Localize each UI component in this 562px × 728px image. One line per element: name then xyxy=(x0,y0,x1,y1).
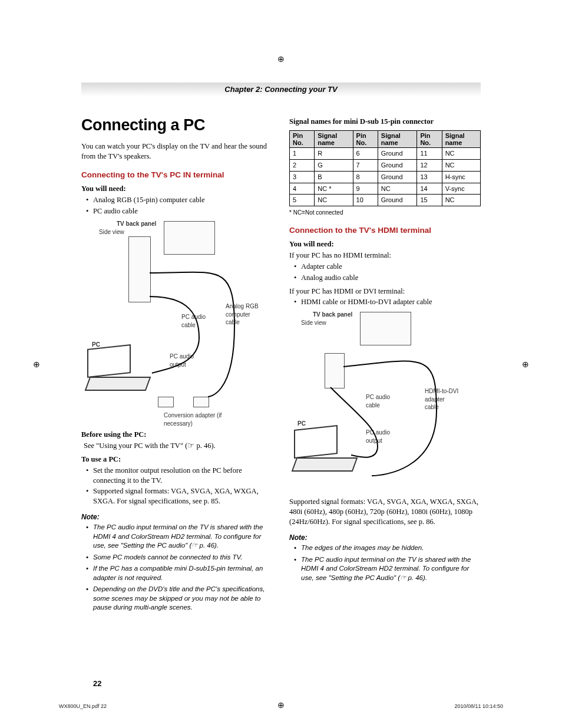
td: 3 xyxy=(290,171,315,183)
note-list-pcin: The PC audio input terminal on the TV is… xyxy=(81,523,273,612)
you-will-need-label: You will need: xyxy=(81,184,273,194)
td: NC xyxy=(442,195,480,206)
diag1-lines xyxy=(81,220,273,426)
before-text: See "Using your PC with the TV" (☞ p. 46… xyxy=(84,441,273,451)
td: NC xyxy=(442,159,480,171)
th-pin: Pin No. xyxy=(417,130,442,147)
note-item: The PC audio input terminal on the TV is… xyxy=(296,555,481,583)
table-row: 5NC10Ground15NC xyxy=(290,195,481,206)
pcin-heading: Connecting to the TV's PC IN terminal xyxy=(81,170,273,180)
td: 8 xyxy=(353,171,378,183)
td: Ground xyxy=(378,171,417,183)
list-item: Adapter cable xyxy=(296,262,481,272)
td: 11 xyxy=(417,148,442,160)
td: V-sync xyxy=(442,183,480,195)
td: H-sync xyxy=(442,171,480,183)
registration-mark-right: ⊕ xyxy=(522,359,529,369)
page-number: 22 xyxy=(93,679,101,688)
hdmi-heading: Connection to the TV's HDMI terminal xyxy=(289,225,481,236)
note-item: If the PC has a compatible mini D-sub15-… xyxy=(88,564,273,582)
td: Ground xyxy=(378,159,417,171)
note-item: Some PC models cannot be connected to th… xyxy=(88,553,273,562)
diag2-lines xyxy=(289,311,481,493)
hdmi-need-label: You will need: xyxy=(289,239,481,249)
td: NC xyxy=(378,183,417,195)
td: NC xyxy=(442,148,480,160)
pin-tbody: 1R6Ground11NC 2G7Ground12NC 3B8Ground13H… xyxy=(290,148,481,206)
table-row: 4NC *9NC14V-sync xyxy=(290,183,481,195)
td: R xyxy=(315,148,353,160)
td: 5 xyxy=(290,195,315,206)
td: 1 xyxy=(290,148,315,160)
nc-footnote: * NC=Not connected xyxy=(289,209,481,217)
note-item: Depending on the DVD's title and the PC'… xyxy=(88,585,273,612)
hdmi-note-heading: Note: xyxy=(289,533,481,542)
note-list-hdmi: The edges of the images may be hidden. T… xyxy=(289,543,481,582)
table-row: 3B8Ground13H-sync xyxy=(290,171,481,183)
table-row: 1R6Ground11NC xyxy=(290,148,481,160)
td: 14 xyxy=(417,183,442,195)
registration-mark-top: ⊕ xyxy=(277,54,285,64)
td: NC * xyxy=(315,183,353,195)
right-column: Signal names for mini D-sub 15-pin conne… xyxy=(289,114,481,615)
intro-text: You can watch your PC's display on the T… xyxy=(81,141,273,162)
footer-filename: WX800U_EN.pdf 22 xyxy=(59,703,107,709)
td: NC xyxy=(315,195,353,206)
th-signal: Signal name xyxy=(378,130,417,147)
list-item: HDMI cable or HDMI-to-DVI adapter cable xyxy=(296,297,481,307)
hdmi-cond1: If your PC has no HDMI terminal: xyxy=(289,251,481,261)
need-item: PC audio cable xyxy=(88,206,273,216)
td: 2 xyxy=(290,159,315,171)
th-pin: Pin No. xyxy=(353,130,378,147)
hdmi-items1: Adapter cable Analog audio cable xyxy=(289,262,481,283)
registration-mark-bottom: ⊕ xyxy=(277,700,285,710)
registration-mark-left: ⊕ xyxy=(33,359,40,369)
td: Ground xyxy=(378,195,417,206)
td: 15 xyxy=(417,195,442,206)
hdmi-items2: HDMI cable or HDMI-to-DVI adapter cable xyxy=(289,297,481,307)
table-header-row: Pin No. Signal name Pin No. Signal name … xyxy=(290,130,481,147)
td: B xyxy=(315,171,353,183)
note-item: The edges of the images may be hidden. xyxy=(296,543,481,553)
need-item: Analog RGB (15-pin) computer cable xyxy=(88,195,273,205)
td: 10 xyxy=(353,195,378,206)
note-heading: Note: xyxy=(81,512,273,522)
to-use-label: To use a PC: xyxy=(81,454,273,465)
need-list: Analog RGB (15-pin) computer cable PC au… xyxy=(81,195,273,216)
td: 9 xyxy=(353,183,378,195)
pin-table: Pin No. Signal name Pin No. Signal name … xyxy=(289,130,481,206)
table-caption: Signal names for mini D-sub 15-pin conne… xyxy=(289,117,481,127)
use-item: Supported signal formats: VGA, SVGA, XGA… xyxy=(88,486,273,506)
table-row: 2G7Ground12NC xyxy=(290,159,481,171)
hdmi-cond2: If your PC has HDMI or DVI terminal: xyxy=(289,286,481,297)
left-column: Connecting a PC You can watch your PC's … xyxy=(81,114,273,615)
use-item: Set the monitor output resolution on the… xyxy=(88,466,273,486)
list-item: Analog audio cable xyxy=(296,273,481,283)
note-item: The PC audio input terminal on the TV is… xyxy=(88,523,273,551)
td: 7 xyxy=(353,159,378,171)
td: 6 xyxy=(353,148,378,160)
content-columns: Connecting a PC You can watch your PC's … xyxy=(81,114,481,615)
page: ⊕ ⊕ ⊕ ⊕ Chapter 2: Connecting your TV Co… xyxy=(0,0,562,728)
diagram-pcin: TV back panel Side view PC audio cable A… xyxy=(81,220,273,426)
footer-timestamp: 2010/08/11 10:14:50 xyxy=(454,703,503,709)
use-list: Set the monitor output resolution on the… xyxy=(81,466,273,507)
td: G xyxy=(315,159,353,171)
td: 12 xyxy=(417,159,442,171)
td: 13 xyxy=(417,171,442,183)
page-title: Connecting a PC xyxy=(81,114,273,136)
th-signal: Signal name xyxy=(315,130,353,147)
chapter-header: Chapter 2: Connecting your TV xyxy=(81,83,481,97)
diagram-hdmi: TV back panel Side view PC audio cable H… xyxy=(289,311,481,493)
td: 4 xyxy=(290,183,315,195)
td: Ground xyxy=(378,148,417,160)
hdmi-supported: Supported signal formats: VGA, SVGA, XGA… xyxy=(289,497,481,527)
before-label: Before using the PC: xyxy=(81,430,273,440)
th-signal: Signal name xyxy=(442,130,480,147)
th-pin: Pin No. xyxy=(290,130,315,147)
